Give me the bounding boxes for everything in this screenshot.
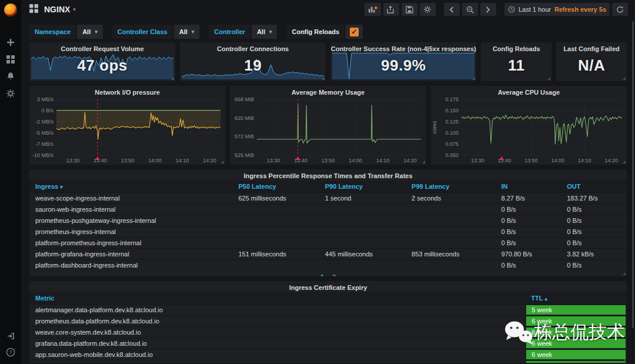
table-cell — [406, 226, 495, 238]
grafana-logo[interactable] — [4, 4, 17, 16]
variable-controller-value[interactable]: All▾ — [252, 25, 278, 39]
column-header-out[interactable]: OUT — [561, 181, 627, 193]
panel-title[interactable]: Ingress Percentile Response Times and Tr… — [29, 169, 627, 179]
svg-text:3 MB/s: 3 MB/s — [37, 96, 54, 102]
svg-text:13:30: 13:30 — [267, 158, 280, 163]
table-cell: prometheus-ingress-internal — [29, 226, 232, 238]
dashboard-title[interactable]: NGINX — [44, 5, 70, 14]
dashboard-settings-button[interactable] — [420, 3, 436, 16]
time-range-picker[interactable]: Last 1 hour Refresh every 5s — [504, 3, 610, 16]
variable-controller-class[interactable]: Controller Class All▾ — [112, 25, 200, 39]
table-cell: 2 seconds — [406, 193, 495, 204]
panel-last-config-failed[interactable]: Last Config Failed N/A — [556, 42, 627, 81]
column-header-ingress[interactable]: Ingress▾ — [29, 181, 232, 193]
svg-text:0 B/s: 0 B/s — [41, 108, 54, 113]
charts-row: Network I/O pressure 13:3013:4013:5014:0… — [29, 86, 627, 165]
sign-in-icon[interactable] — [6, 332, 15, 340]
dashboard-grid: Controller Request Volume 47 ops Control… — [21, 40, 635, 363]
table-cell: 0 B/s — [495, 204, 561, 215]
panel-title[interactable]: Average Memory Usage — [230, 86, 426, 96]
column-header-p90[interactable]: P90 Latency — [319, 181, 406, 193]
alerting-bell-icon[interactable] — [6, 72, 15, 81]
ttl-badge: 6 week — [526, 361, 626, 363]
page-2-button[interactable]: 2 — [332, 273, 336, 276]
ttl-badge: 6 week — [526, 350, 626, 359]
ttl-badge: 5 week — [526, 305, 626, 315]
panel-title[interactable]: Controller Request Volume — [29, 42, 175, 52]
panel-average-cpu-usage[interactable]: Average CPU Usage 13:3013:4013:5014:0014… — [431, 86, 627, 165]
column-header-in[interactable]: IN — [495, 181, 561, 193]
svg-text:-2 MB/s: -2 MB/s — [35, 119, 54, 125]
table-cell — [319, 215, 406, 226]
checkbox-check-icon: ✓ — [350, 28, 359, 36]
variable-controller-class-value[interactable]: All▾ — [174, 25, 200, 39]
column-header-p99[interactable]: P99 Latency — [406, 181, 495, 193]
variable-namespace[interactable]: Namespace All▾ — [29, 25, 103, 39]
save-dashboard-button[interactable] — [402, 3, 417, 16]
table-cell: platform-grafana-ingress-internal — [29, 249, 232, 260]
table-row: platform-dashboard-ingress-internal0 B/s… — [29, 260, 627, 271]
refresh-button[interactable] — [612, 3, 628, 16]
table-row: app.sauron-web.dev.k8.atcloud.io6 week — [29, 360, 627, 363]
panel-controller-success-rate[interactable]: Controller Success Rate (non-4|5xx respo… — [330, 42, 476, 81]
panel-network-io-pressure[interactable]: Network I/O pressure 13:3013:4013:5014:0… — [29, 86, 225, 165]
panel-controller-connections[interactable]: Controller Connections 19 — [180, 42, 326, 81]
config-reloads-label: Config Reloads — [286, 25, 345, 39]
table-row: prometheus-pushgateway-ingress-internal0… — [29, 215, 627, 226]
svg-text:-5 MB/s: -5 MB/s — [35, 130, 54, 136]
memory-usage-chart[interactable]: 13:3013:4013:5014:0014:1014:20668 MiB620… — [230, 96, 426, 165]
dashboard-grid-icon[interactable] — [29, 4, 39, 16]
panel-title[interactable]: Ingress Certificate Expiry — [29, 281, 627, 291]
panel-title[interactable]: Controller Connections — [180, 42, 326, 52]
svg-text:14:10: 14:10 — [376, 158, 390, 163]
caret-down-icon[interactable]: ▾ — [73, 6, 76, 12]
table-cell: 970.80 B/s — [495, 249, 561, 260]
table-cell: grafana.data-platform.dev.k8.atcloud.io — [29, 338, 525, 349]
time-back-button[interactable] — [444, 3, 460, 16]
add-panel-button[interactable] — [365, 3, 381, 16]
table-row: prometheus-ingress-internal0 B/s0 B/s — [29, 226, 627, 238]
table-cell: 183.27 B/s — [561, 193, 627, 204]
settings-gear-icon[interactable] — [6, 89, 15, 98]
panel-ingress-percentile-table[interactable]: Ingress Percentile Response Times and Tr… — [29, 169, 627, 276]
table-row: app.sauron-web-mobile.dev.k8.atcloud.io6… — [29, 349, 627, 360]
panel-config-reloads[interactable]: Config Reloads 11 — [481, 42, 552, 81]
panel-title[interactable]: Last Config Failed — [556, 42, 627, 52]
zoom-out-button[interactable] — [462, 3, 478, 16]
panel-title[interactable]: Network I/O pressure — [29, 86, 225, 96]
question-glyph: ? — [9, 349, 12, 355]
svg-text:14:20: 14:20 — [604, 158, 618, 163]
stat-value: 19 — [180, 56, 326, 75]
variable-namespace-value[interactable]: All▾ — [77, 25, 103, 39]
config-reloads-checkbox[interactable]: ✓ — [346, 25, 363, 39]
panel-title[interactable]: Controller Success Rate (non-4|5xx respo… — [330, 42, 476, 52]
table-cell — [232, 238, 319, 249]
time-range-label: Last 1 hour — [519, 6, 551, 13]
caret-down-icon: ▾ — [95, 29, 98, 35]
network-io-chart[interactable]: 13:3013:4013:5014:0014:1014:203 MB/s0 B/… — [29, 96, 225, 165]
variable-controller[interactable]: Controller All▾ — [209, 25, 277, 39]
plus-icon[interactable] — [6, 38, 15, 47]
table-cell — [232, 226, 319, 238]
table-cell: 445 milliseconds — [319, 249, 406, 260]
svg-text:14:10: 14:10 — [578, 158, 591, 163]
share-dashboard-button[interactable] — [383, 3, 399, 16]
panel-title[interactable]: Config Reloads — [481, 42, 552, 52]
svg-text:0.175: 0.175 — [445, 96, 459, 102]
dashboards-icon[interactable] — [6, 55, 15, 64]
column-header-p50[interactable]: P50 Latency — [232, 181, 319, 193]
column-header-ttl[interactable]: TTL▴ — [525, 292, 627, 305]
svg-text:-7 MB/s: -7 MB/s — [35, 141, 54, 147]
page-scrollbar[interactable] — [632, 21, 634, 328]
cpu-usage-chart[interactable]: 13:3013:4013:5014:0014:1014:200.1750.150… — [431, 96, 627, 165]
panel-controller-request-volume[interactable]: Controller Request Volume 47 ops — [29, 42, 175, 81]
table-row: alertmanager.data-platform.dev.k8.atclou… — [29, 305, 627, 316]
column-header-metric[interactable]: Metric — [29, 292, 525, 305]
help-icon[interactable]: ? — [6, 348, 15, 357]
panel-average-memory-usage[interactable]: Average Memory Usage 13:3013:4013:5014:0… — [230, 86, 426, 165]
variable-controller-class-label: Controller Class — [112, 25, 173, 39]
panel-title[interactable]: Average CPU Usage — [431, 86, 627, 96]
svg-text:668 MiB: 668 MiB — [235, 96, 254, 102]
page-1-button[interactable]: 1 — [320, 273, 324, 276]
time-forward-button[interactable] — [480, 3, 496, 16]
